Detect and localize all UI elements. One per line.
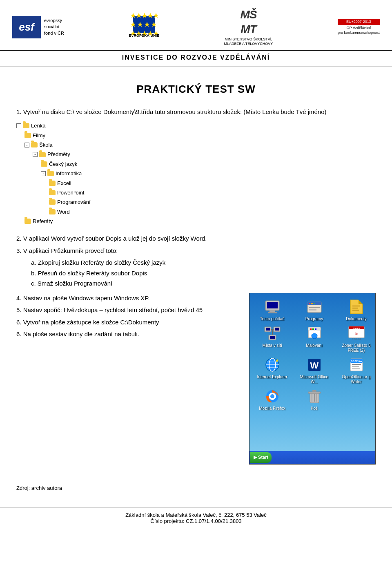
svg-marker-11 <box>350 300 363 314</box>
openoffice-writer-icon: OO Writer <box>348 356 365 373</box>
task2-item: 2. V aplikaci Word vytvoř soubor Dopis a… <box>16 233 376 244</box>
footer-school: Základní škola a Mateřská škola Valeč, č… <box>0 512 392 518</box>
svg-rect-47 <box>352 366 359 367</box>
svg-rect-17 <box>266 328 270 331</box>
firefox-icon <box>264 388 281 405</box>
op-label: OP Vzdělávánípro konkurenceschopnost <box>338 26 380 35</box>
xp-taskbar[interactable]: ▶ Start <box>249 451 375 464</box>
svg-point-8 <box>314 303 315 304</box>
desktop-icon-programy[interactable]: Programy <box>295 298 334 322</box>
desktop-icon-mista-v-siti[interactable]: Místa v síti <box>253 325 292 353</box>
desktop-icon-kos[interactable]: Koš <box>295 388 334 411</box>
svg-rect-53 <box>308 392 321 393</box>
svg-rect-13 <box>352 306 360 306</box>
tree-label-referaty: Referáty <box>33 217 53 226</box>
expand-icon-predmety[interactable]: - <box>33 152 38 157</box>
tree-label-predmety: Předměty <box>47 150 70 159</box>
source-text: Zdroj: archiv autora <box>16 485 62 491</box>
eu-stars-icon: ★★★★★★ ★ ★ ★★★★★★ <box>133 16 155 33</box>
eu-label: EVROPSKÁ UNIE <box>129 34 159 38</box>
esf-logo: esf evropský sociální fond v ČR <box>12 16 64 38</box>
desktop-icon-ms-word[interactable]: W Microsoft Office W... <box>295 356 334 384</box>
esf-logo-text: esf <box>19 21 34 34</box>
expand-icon-lenka[interactable]: - <box>16 123 21 128</box>
msmt-letters: MŠMT <box>224 7 273 37</box>
msmt-logo: MŠMT MINISTERSTVO ŠKOLSTVÍ,MLÁDEŽE A TĚL… <box>224 7 273 47</box>
task6a-item: 6. Vytvoř na ploše zástupce ke složce C:… <box>16 317 241 328</box>
esf-subtitle3: fond v ČR <box>44 30 64 36</box>
svg-rect-29 <box>315 328 316 330</box>
esf-logo-box: esf <box>12 16 41 38</box>
folder-icon-excell <box>49 181 56 186</box>
tree-item-word[interactable]: Word <box>49 207 106 217</box>
svg-rect-14 <box>352 308 358 308</box>
svg-text:5: 5 <box>355 331 358 336</box>
expand-icon-informatika[interactable]: - <box>41 171 46 176</box>
expand-icon-skola[interactable]: - <box>24 143 29 147</box>
esf-subtitle1: evropský <box>44 18 64 24</box>
svg-rect-15 <box>352 310 359 310</box>
svg-text:W: W <box>310 360 318 371</box>
tree-item-informatika[interactable]: - Informatika <box>41 169 106 178</box>
svg-rect-9 <box>309 307 320 308</box>
tree-label-word: Word <box>57 207 70 217</box>
task3-b: b. Přesuň do složky Referáty soubor Dopi… <box>31 268 376 279</box>
op-box: EU+2007-2013 <box>338 19 380 25</box>
zoner-icon: ZONER 5 FREE (2) <box>348 325 365 342</box>
task3-c: c. Smaž složku Programování <box>31 278 376 289</box>
svg-point-51 <box>270 394 274 398</box>
tree-item-lenka[interactable]: - Lenka <box>16 121 106 130</box>
tree-item-skola[interactable]: - Škola <box>24 140 106 150</box>
programs-icon <box>306 298 323 315</box>
desktop-icon-tento-pocitac-label: Tento počítač <box>260 317 284 322</box>
desktop-icon-ie[interactable]: e Internet Explorer <box>253 356 292 384</box>
tree-label-cesky-jazyk: Český jazyk <box>49 159 77 169</box>
folder-icon-filmy <box>24 133 31 138</box>
tree-item-excell[interactable]: Excell <box>49 179 106 188</box>
desktop-icon-programy-label: Programy <box>305 317 323 322</box>
xp-start-button[interactable]: ▶ Start <box>250 452 272 463</box>
footer-source: Zdroj: archiv autora <box>0 485 392 491</box>
tree-item-filmy[interactable]: Filmy <box>24 131 106 140</box>
tree-item-powerpoint[interactable]: PowerPoint <box>49 188 106 197</box>
svg-rect-23 <box>270 336 275 339</box>
folder-icon-skola <box>31 142 38 147</box>
tasks-left: 4. Nastav na ploše Windows tapetu Window… <box>16 293 241 465</box>
op-logo: EU+2007-2013 OP Vzdělávánípro konkurence… <box>338 19 380 36</box>
tree-item-referaty[interactable]: Referáty <box>24 217 106 226</box>
documents-icon <box>348 298 365 315</box>
folder-icon-word <box>49 209 56 214</box>
computer-icon <box>264 298 281 315</box>
desktop-icon-dokumenty[interactable]: Dokumenty <box>337 298 376 322</box>
desktop-icon-mista-v-siti-label: Místa v síti <box>263 343 282 348</box>
task6b-item: 6. Na ploše sestav ikony dle zadání na t… <box>16 329 241 339</box>
task1-text: 1. Vytvoř na disku C:\ ve složce Dokumen… <box>16 107 376 117</box>
svg-rect-27 <box>310 328 312 330</box>
desktop-icon-firefox[interactable]: Mozilla Firefox <box>253 388 292 411</box>
tree-item-programovani[interactable]: Programování <box>49 197 106 207</box>
desktop-icon-openoffice-label: OpenOffice.or g Writer <box>340 375 373 384</box>
xp-desktop-container: Tento počítač <box>249 293 376 465</box>
tree-label-programovani: Programování <box>57 197 91 207</box>
desktop-icon-openoffice[interactable]: OO Writer OpenOffice.or g Writer <box>337 356 376 384</box>
svg-point-6 <box>309 303 310 304</box>
desktop-icon-malovani[interactable]: Malování <box>295 325 334 353</box>
ms-word-icon: W <box>306 356 323 373</box>
desktop-icon-zoner[interactable]: ZONER 5 FREE (2) Zoner Callisto 5 FREE (… <box>337 325 376 353</box>
task3-a: a. Zkopíruj složku Referáty do složky Če… <box>31 257 376 268</box>
desktop-icon-tento-pocitac[interactable]: Tento počítač <box>253 298 292 322</box>
svg-text:OO Writer: OO Writer <box>350 360 362 362</box>
svg-rect-48 <box>352 369 360 369</box>
esf-subtitle2: sociální <box>44 24 64 30</box>
folder-icon-lenka <box>23 123 29 128</box>
tree-label-excell: Excell <box>57 179 71 188</box>
bottom-section: 4. Nastav na ploše Windows tapetu Window… <box>16 293 376 465</box>
desktop-icon-dokumenty-label: Dokumenty <box>346 317 367 322</box>
desktop-icon-zoner-label: Zoner Callisto 5 FREE (2) <box>340 343 373 353</box>
tree-item-cesky-jazyk[interactable]: Český jazyk <box>41 159 106 169</box>
folder-icon-powerpoint <box>49 190 56 195</box>
tree-item-predmety[interactable]: - Předměty <box>33 150 106 159</box>
desktop-icon-kos-label: Koš <box>311 406 318 411</box>
eu-logo: ★★★★★★ ★ ★ ★★★★★★ EVROPSKÁ UNIE <box>129 16 159 38</box>
svg-marker-12 <box>359 300 363 304</box>
